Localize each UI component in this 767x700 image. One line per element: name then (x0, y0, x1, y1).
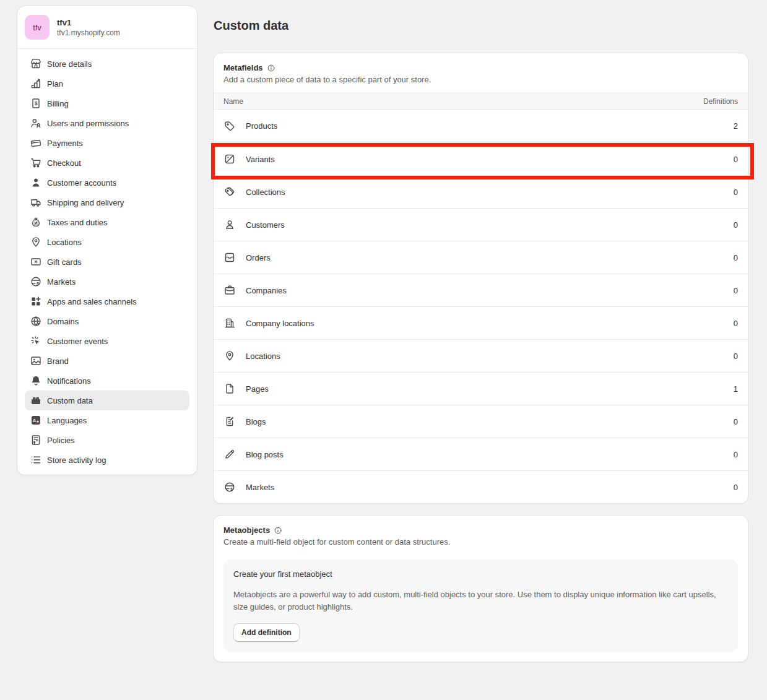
billing-icon: $ (30, 97, 42, 110)
sidebar-item-label: Domains (47, 317, 79, 326)
sidebar-item-label: Gift cards (47, 257, 82, 267)
sidebar-item-customer-events[interactable]: Customer events (25, 331, 189, 351)
metafield-row-company-locations[interactable]: Company locations0 (214, 306, 748, 339)
metafield-row-label: Blogs (246, 417, 734, 426)
metafield-row-label: Companies (246, 286, 734, 295)
metafield-row-label: Collections (246, 188, 734, 197)
sidebar-item-label: Apps and sales channels (47, 297, 137, 306)
customer-events-cursor-icon (30, 335, 42, 347)
add-definition-button[interactable]: Add definition (233, 623, 300, 642)
customer-accounts-icon (30, 176, 42, 189)
sidebar-item-label: Payments (47, 139, 83, 148)
metafield-row-variants[interactable]: Variants0 (214, 142, 748, 175)
metafield-row-blog-posts[interactable]: Blog posts0 (214, 438, 748, 470)
plan-icon (30, 77, 42, 90)
sidebar-item-label: Plan (47, 79, 63, 89)
brand-image-icon (30, 355, 42, 367)
metafield-row-locations[interactable]: Locations0 (214, 339, 748, 372)
sidebar-item-shipping-and-delivery[interactable]: Shipping and delivery (25, 192, 189, 212)
metafields-subtitle: Add a custom piece of data to a specific… (223, 75, 738, 85)
blog-icon (223, 415, 236, 428)
checkout-cart-icon (30, 157, 42, 169)
apps-icon (30, 295, 42, 308)
variant-icon (223, 153, 236, 165)
metafield-row-blogs[interactable]: Blogs0 (214, 405, 748, 438)
sidebar-item-payments[interactable]: Payments (25, 133, 189, 153)
store-header[interactable]: tfv tfv1 tfv1.myshopify.com (17, 6, 197, 49)
metaobjects-info-icon[interactable] (274, 526, 282, 535)
bell-icon (30, 374, 42, 387)
sidebar-item-label: Taxes and duties (47, 218, 108, 227)
metafields-table-header: Name Definitions (214, 93, 748, 110)
metafield-row-label: Blog posts (246, 450, 734, 459)
metafield-row-label: Orders (246, 253, 734, 262)
settings-page: tfv tfv1 tfv1.myshopify.com Store detail… (0, 0, 767, 700)
sidebar-item-languages[interactable]: A★Languages (25, 410, 189, 430)
metafield-definitions-count: 0 (734, 483, 738, 492)
metafield-row-orders[interactable]: Orders0 (214, 241, 748, 274)
metafield-row-products[interactable]: Products2 (214, 110, 748, 142)
sidebar-item-brand[interactable]: Brand (25, 351, 189, 371)
column-header-name: Name (223, 97, 243, 106)
sidebar-item-label: Markets (47, 277, 76, 287)
metafields-info-icon[interactable] (267, 64, 275, 72)
store-icon (30, 58, 42, 70)
metafield-row-label: Locations (246, 352, 734, 361)
metaobjects-empty-state: Create your first metaobject Metaobjects… (223, 560, 738, 652)
metaobjects-card: Metaobjects Create a multi-field object … (214, 516, 748, 662)
metafield-row-label: Company locations (246, 319, 734, 328)
sidebar-item-domains[interactable]: Domains (25, 311, 189, 331)
product-tag-icon (223, 120, 236, 132)
sidebar-item-label: Store details (47, 59, 92, 69)
sidebar-item-taxes-and-duties[interactable]: Taxes and duties (25, 212, 189, 232)
sidebar-item-custom-data[interactable]: Custom data (25, 391, 189, 410)
sidebar-item-policies[interactable]: Policies (25, 430, 189, 450)
payments-icon (30, 137, 42, 149)
sidebar-item-notifications[interactable]: Notifications (25, 371, 189, 391)
sidebar-item-plan[interactable]: Plan (25, 74, 189, 93)
info-icon (274, 526, 282, 535)
users-icon (30, 117, 42, 129)
sidebar-item-label: Notifications (47, 376, 91, 386)
metafield-definitions-count: 0 (734, 417, 738, 426)
markets-globe-icon: $ (30, 275, 42, 288)
languages-icon: A★ (30, 414, 42, 426)
metafield-definitions-count: 0 (734, 319, 738, 328)
pencil-icon (223, 448, 236, 460)
metafield-row-pages[interactable]: Pages1 (214, 372, 748, 405)
sidebar-item-users-and-permissions[interactable]: Users and permissions (25, 113, 189, 133)
building-icon (223, 317, 236, 329)
sidebar-item-store-details[interactable]: Store details (25, 54, 189, 74)
metafield-definitions-count: 0 (734, 286, 738, 295)
sidebar-item-label: Users and permissions (47, 119, 129, 128)
sidebar-item-label: Custom data (47, 396, 93, 405)
sidebar-item-locations[interactable]: Locations (25, 232, 189, 252)
sidebar-item-label: Languages (47, 416, 87, 425)
sidebar-item-label: Billing (47, 99, 69, 108)
sidebar-item-checkout[interactable]: Checkout (25, 153, 189, 173)
info-icon (267, 64, 275, 72)
metafield-definitions-count: 2 (734, 121, 738, 131)
policies-icon (30, 434, 42, 446)
sidebar-item-markets[interactable]: $Markets (25, 272, 189, 292)
metafield-row-label: Markets (246, 483, 734, 492)
metafield-row-label: Variants (246, 155, 734, 164)
sidebar-item-billing[interactable]: $Billing (25, 93, 189, 113)
metafield-row-label: Pages (246, 384, 734, 394)
metafield-definitions-count: 0 (734, 450, 738, 459)
metafield-definitions-count: 0 (734, 188, 738, 197)
sidebar-item-label: Policies (47, 436, 75, 445)
sidebar-item-apps-and-sales-channels[interactable]: Apps and sales channels (25, 292, 189, 311)
sidebar-item-store-activity-log[interactable]: Store activity log (25, 450, 189, 470)
metafield-row-markets[interactable]: $Markets0 (214, 470, 748, 503)
metafield-row-companies[interactable]: Companies0 (214, 274, 748, 306)
column-header-definitions: Definitions (703, 97, 738, 106)
metafield-row-collections[interactable]: Collections0 (214, 175, 748, 208)
metafield-row-customers[interactable]: Customers0 (214, 208, 748, 241)
sidebar-item-gift-cards[interactable]: Gift cards (25, 252, 189, 272)
store-domain: tfv1.myshopify.com (57, 28, 120, 37)
custom-data-brick-icon (30, 394, 42, 407)
customer-icon (223, 218, 236, 231)
svg-text:$: $ (35, 100, 38, 106)
sidebar-item-customer-accounts[interactable]: Customer accounts (25, 173, 189, 192)
